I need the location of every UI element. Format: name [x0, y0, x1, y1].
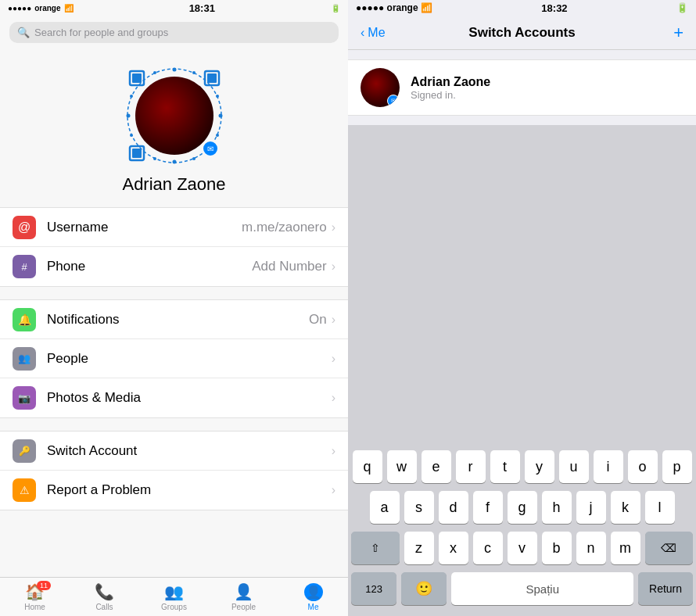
- key-v[interactable]: v: [508, 532, 537, 564]
- notifications-row[interactable]: 🔔 Notifications On ›: [0, 300, 348, 339]
- search-placeholder: Search for people and groups: [34, 27, 168, 38]
- key-o[interactable]: o: [628, 450, 658, 483]
- tab-calls-label: Calls: [95, 603, 113, 611]
- carrier-left: ●●●●● orange 📶: [8, 4, 74, 13]
- key-t[interactable]: t: [490, 450, 520, 483]
- messenger-icon: ✉: [207, 145, 213, 153]
- people-icon: 👥: [13, 347, 36, 371]
- calls-icon: 📞: [95, 582, 114, 601]
- time-left: 18:31: [189, 2, 215, 14]
- status-bar-right: ●●●●● orange 📶 18:32 🔋: [348, 0, 696, 16]
- phone-row[interactable]: # Phone Add Number ›: [0, 247, 348, 286]
- add-account-button[interactable]: +: [673, 23, 683, 43]
- battery-right: 🔋: [676, 2, 688, 13]
- key-f[interactable]: f: [473, 491, 503, 524]
- key-j[interactable]: j: [576, 491, 606, 524]
- shift-key[interactable]: ⇧: [351, 532, 400, 564]
- phone-chevron-icon: ›: [332, 260, 335, 274]
- avatar: [135, 77, 213, 155]
- key-m[interactable]: m: [611, 532, 640, 564]
- search-input-wrap[interactable]: 🔍 Search for people and groups: [9, 22, 339, 43]
- svg-point-10: [218, 114, 222, 118]
- account-status: Signed in.: [411, 89, 683, 101]
- photos-row[interactable]: 📷 Photos & Media ›: [0, 378, 348, 417]
- svg-point-12: [192, 71, 196, 74]
- tab-people[interactable]: 👤 People: [209, 582, 278, 611]
- home-badge: 11: [37, 581, 51, 590]
- switch-account-label: Switch Account: [47, 443, 332, 459]
- switch-account-row[interactable]: 🔑 Switch Account ›: [0, 432, 348, 471]
- key-b[interactable]: b: [542, 532, 572, 564]
- report-chevron-icon: ›: [332, 483, 335, 497]
- keyboard-row-2: a s d f g h j k l: [351, 491, 693, 524]
- tab-groups[interactable]: 👥 Groups: [139, 582, 209, 611]
- account-row[interactable]: ✉ Adrian Zaone Signed in.: [348, 59, 696, 116]
- notifications-icon: 🔔: [13, 308, 36, 331]
- keyboard-row-3: ⇧ z x c v b n m ⌫: [351, 532, 693, 564]
- right-panel: ●●●●● orange 📶 18:32 🔋 ‹ Me Switch Accou…: [348, 0, 696, 616]
- battery-icon-left: 🔋: [331, 4, 340, 13]
- numbers-key[interactable]: 123: [351, 572, 396, 605]
- key-a[interactable]: a: [370, 491, 400, 524]
- signal-icon-right: ●●●●●: [356, 2, 384, 13]
- return-key[interactable]: Return: [638, 572, 693, 605]
- key-x[interactable]: x: [439, 532, 468, 564]
- key-u[interactable]: u: [559, 450, 589, 483]
- wifi-icon-right: 📶: [421, 2, 432, 13]
- key-g[interactable]: g: [508, 491, 537, 524]
- key-r[interactable]: r: [456, 450, 486, 483]
- photos-icon: 📷: [13, 386, 36, 410]
- tab-home-label: Home: [24, 603, 45, 611]
- carrier-name-left: orange: [34, 4, 60, 13]
- phone-icon: #: [13, 255, 36, 278]
- search-icon: 🔍: [17, 27, 30, 38]
- svg-point-17: [216, 95, 219, 98]
- report-row[interactable]: ⚠ Report a Problem ›: [0, 471, 348, 510]
- report-icon: ⚠: [13, 478, 36, 502]
- space-key[interactable]: Spațiu: [451, 572, 633, 605]
- key-c[interactable]: c: [473, 532, 503, 564]
- tab-people-label: People: [231, 603, 256, 611]
- key-e[interactable]: e: [422, 450, 451, 483]
- keyboard-row-4: 123 🙂 Spațiu Return: [351, 572, 693, 605]
- people-tab-icon: 👤: [234, 582, 253, 601]
- accounts-list: ✉ Adrian Zaone Signed in.: [348, 50, 696, 125]
- svg-point-9: [126, 114, 130, 118]
- backspace-key[interactable]: ⌫: [645, 532, 694, 564]
- messenger-badge: ✉: [202, 140, 219, 157]
- keyboard-row-1: q w e r t y u i o p: [351, 450, 693, 483]
- username-row[interactable]: @ Username m.me/zaonero ›: [0, 208, 348, 247]
- svg-point-16: [130, 134, 133, 137]
- key-d[interactable]: d: [439, 491, 468, 524]
- username-icon: @: [13, 216, 36, 239]
- carrier-name-right: orange: [387, 2, 418, 13]
- back-button[interactable]: ‹ Me: [361, 26, 386, 40]
- status-bar-left: ●●●●● orange 📶 18:31 🔋: [0, 0, 348, 16]
- key-h[interactable]: h: [542, 491, 572, 524]
- key-s[interactable]: s: [404, 491, 434, 524]
- search-bar: 🔍 Search for people and groups: [0, 16, 348, 49]
- svg-rect-4: [207, 73, 217, 83]
- key-p[interactable]: p: [662, 450, 692, 483]
- key-y[interactable]: y: [525, 450, 554, 483]
- key-k[interactable]: k: [611, 491, 640, 524]
- back-label: Me: [368, 26, 385, 40]
- nav-title: Switch Accounts: [468, 25, 575, 41]
- people-row[interactable]: 👥 People ›: [0, 339, 348, 378]
- account-avatar: ✉: [361, 68, 400, 107]
- key-n[interactable]: n: [576, 532, 606, 564]
- back-chevron-icon: ‹: [361, 26, 364, 40]
- tab-calls[interactable]: 📞 Calls: [70, 582, 139, 611]
- username-label: Username: [47, 220, 242, 235]
- emoji-key[interactable]: 🙂: [401, 572, 447, 605]
- svg-point-7: [172, 68, 176, 72]
- tab-me[interactable]: 👤 Me: [278, 583, 348, 611]
- settings-section-1: @ Username m.me/zaonero › # Phone Add Nu…: [0, 207, 348, 287]
- key-z[interactable]: z: [404, 532, 434, 564]
- key-l[interactable]: l: [645, 491, 675, 524]
- key-q[interactable]: q: [353, 450, 382, 483]
- key-i[interactable]: i: [594, 450, 623, 483]
- key-w[interactable]: w: [387, 450, 417, 483]
- svg-point-18: [216, 134, 219, 137]
- tab-home[interactable]: 🏠 11 Home: [0, 582, 70, 611]
